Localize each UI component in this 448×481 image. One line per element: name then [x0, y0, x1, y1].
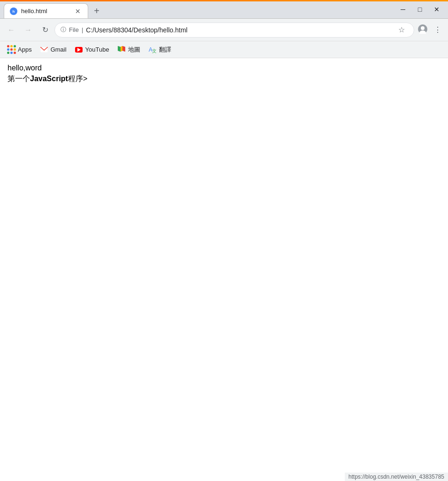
- titlebar: h hello.html ✕ + ─ □ ✕: [0, 0, 448, 19]
- content-line1: hello,word: [8, 64, 440, 72]
- menu-button[interactable]: ⋮: [431, 23, 444, 37]
- navbar: ← → ↻ ⓘ File | C:/Users/88304/Desktop/he…: [0, 19, 448, 41]
- star-icon: ☆: [398, 25, 405, 34]
- new-tab-button[interactable]: +: [90, 4, 103, 17]
- youtube-icon: [75, 46, 83, 53]
- apps-label: Apps: [18, 46, 32, 53]
- minimize-button[interactable]: ─: [395, 2, 410, 17]
- forward-button[interactable]: →: [21, 23, 36, 38]
- address-bar[interactable]: ⓘ File | C:/Users/88304/Desktop/hello.ht…: [54, 23, 414, 38]
- svg-text:文: 文: [152, 48, 156, 53]
- statusbar: https://blog.csdn.net/weixin_43835785: [345, 473, 448, 481]
- svg-text:h: h: [13, 9, 15, 14]
- window-controls: ─ □ ✕: [392, 0, 448, 18]
- more-icon: ⋮: [434, 25, 441, 34]
- bookmarks-bar: Apps Gmail YouTube 地圖: [0, 41, 448, 58]
- back-button[interactable]: ←: [4, 23, 19, 38]
- line2-bold: JavaScript: [30, 75, 68, 83]
- maximize-button[interactable]: □: [412, 2, 427, 17]
- url-separator: |: [82, 26, 83, 33]
- close-button[interactable]: ✕: [429, 2, 444, 17]
- reload-button[interactable]: ↻: [38, 23, 53, 38]
- lock-icon: ⓘ: [61, 26, 66, 34]
- navbar-right: ⋮: [416, 23, 444, 37]
- apps-bookmark[interactable]: Apps: [4, 44, 36, 56]
- svg-marker-9: [122, 46, 125, 52]
- svg-point-3: [421, 26, 425, 30]
- url-text: C:/Users/88304/Desktop/hello.html: [86, 26, 392, 34]
- gmail-icon: [40, 46, 48, 53]
- tab-favicon: h: [10, 8, 17, 15]
- translate-bookmark[interactable]: A 文 翻譯: [145, 44, 175, 56]
- maps-icon: [118, 46, 125, 53]
- gmail-label: Gmail: [51, 46, 67, 53]
- maps-bookmark[interactable]: 地圖: [114, 44, 144, 56]
- forward-icon: →: [24, 26, 32, 34]
- apps-grid-icon: [8, 46, 15, 53]
- youtube-bookmark[interactable]: YouTube: [71, 44, 113, 56]
- back-icon: ←: [8, 26, 15, 34]
- content-line2: 第一个JavaScript程序>: [8, 74, 440, 84]
- active-tab[interactable]: h hello.html ✕: [4, 3, 88, 18]
- line2-prefix: 第一个: [8, 75, 30, 83]
- profile-icon: [418, 24, 427, 36]
- reload-icon: ↻: [42, 25, 48, 34]
- svg-marker-8: [121, 46, 122, 52]
- tab-title: hello.html: [21, 8, 70, 15]
- svg-marker-7: [118, 46, 121, 52]
- file-label: File: [69, 26, 79, 33]
- translate-label: 翻譯: [159, 46, 171, 54]
- tab-area: h hello.html ✕ +: [0, 0, 392, 18]
- address-icons: ☆: [395, 23, 408, 37]
- content-area: hello,word 第一个JavaScript程序>: [0, 58, 448, 481]
- translate-icon: A 文: [149, 46, 156, 53]
- line2-suffix: 程序>: [68, 75, 87, 83]
- star-button[interactable]: ☆: [395, 23, 408, 37]
- gmail-bookmark[interactable]: Gmail: [37, 44, 70, 56]
- status-url: https://blog.csdn.net/weixin_43835785: [349, 473, 444, 480]
- maps-label: 地圖: [128, 46, 140, 54]
- profile-button[interactable]: [416, 23, 429, 37]
- youtube-label: YouTube: [85, 46, 109, 53]
- tab-close-button[interactable]: ✕: [74, 7, 82, 15]
